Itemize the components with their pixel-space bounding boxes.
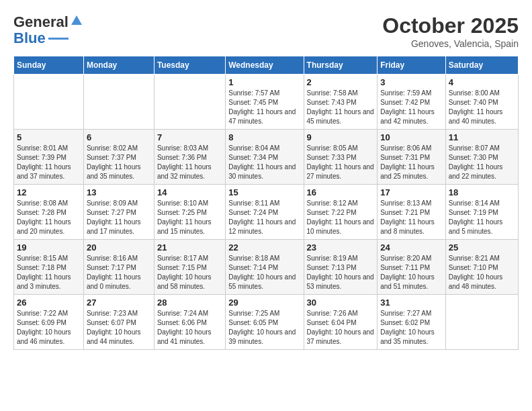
calendar-week-1: 5Sunrise: 8:01 AM Sunset: 7:39 PM Daylig… [14, 130, 519, 185]
day-number: 20 [87, 242, 151, 253]
day-info: Sunrise: 8:04 AM Sunset: 7:34 PM Dayligh… [228, 144, 300, 181]
logo-arrow-icon [70, 14, 83, 28]
calendar-cell: 24Sunrise: 8:20 AM Sunset: 7:11 PM Dayli… [378, 240, 446, 295]
calendar-cell: 13Sunrise: 8:09 AM Sunset: 7:27 PM Dayli… [83, 185, 154, 240]
day-number: 18 [449, 187, 515, 197]
calendar-cell: 12Sunrise: 8:08 AM Sunset: 7:28 PM Dayli… [14, 185, 84, 240]
day-info: Sunrise: 8:12 AM Sunset: 7:22 PM Dayligh… [307, 199, 375, 236]
header-row: Sunday Monday Tuesday Wednesday Thursday… [14, 56, 519, 75]
calendar-cell: 18Sunrise: 8:14 AM Sunset: 7:19 PM Dayli… [445, 185, 518, 240]
day-number: 10 [380, 132, 443, 142]
day-info: Sunrise: 8:13 AM Sunset: 7:21 PM Dayligh… [380, 199, 443, 236]
day-info: Sunrise: 8:20 AM Sunset: 7:11 PM Dayligh… [380, 254, 443, 291]
col-thursday: Thursday [304, 56, 378, 75]
calendar-week-0: 1Sunrise: 7:57 AM Sunset: 7:45 PM Daylig… [14, 75, 519, 130]
calendar-cell [14, 75, 84, 130]
day-info: Sunrise: 8:10 AM Sunset: 7:25 PM Dayligh… [157, 199, 222, 236]
day-number: 1 [228, 77, 300, 87]
day-number: 29 [228, 298, 300, 308]
day-number: 6 [87, 132, 151, 142]
day-number: 22 [228, 242, 300, 253]
day-info: Sunrise: 7:23 AM Sunset: 6:07 PM Dayligh… [87, 309, 151, 347]
day-number: 25 [449, 242, 515, 253]
calendar-week-3: 19Sunrise: 8:15 AM Sunset: 7:18 PM Dayli… [14, 240, 519, 295]
title-area: October 2025 Genoves, Valencia, Spain [382, 13, 519, 49]
day-info: Sunrise: 7:59 AM Sunset: 7:42 PM Dayligh… [380, 89, 443, 126]
day-number: 5 [17, 132, 81, 142]
day-number: 15 [228, 187, 300, 197]
day-number: 2 [307, 77, 375, 87]
col-friday: Friday [378, 56, 446, 75]
calendar-cell [83, 75, 154, 130]
day-number: 9 [307, 132, 375, 142]
svg-marker-0 [71, 15, 82, 25]
col-saturday: Saturday [445, 56, 518, 75]
calendar-cell: 31Sunrise: 7:27 AM Sunset: 6:02 PM Dayli… [378, 295, 446, 350]
calendar-cell: 11Sunrise: 8:07 AM Sunset: 7:30 PM Dayli… [445, 130, 518, 185]
calendar-cell: 28Sunrise: 7:24 AM Sunset: 6:06 PM Dayli… [154, 295, 225, 350]
day-number: 4 [449, 77, 515, 87]
calendar-cell: 23Sunrise: 8:19 AM Sunset: 7:13 PM Dayli… [304, 240, 378, 295]
logo-general: General [13, 13, 69, 31]
calendar-cell: 16Sunrise: 8:12 AM Sunset: 7:22 PM Dayli… [304, 185, 378, 240]
day-info: Sunrise: 8:16 AM Sunset: 7:17 PM Dayligh… [87, 254, 151, 291]
calendar-cell: 27Sunrise: 7:23 AM Sunset: 6:07 PM Dayli… [83, 295, 154, 350]
day-number: 24 [380, 242, 443, 253]
calendar-cell: 10Sunrise: 8:06 AM Sunset: 7:31 PM Dayli… [378, 130, 446, 185]
calendar-cell: 2Sunrise: 7:58 AM Sunset: 7:43 PM Daylig… [304, 75, 378, 130]
day-info: Sunrise: 8:15 AM Sunset: 7:18 PM Dayligh… [17, 254, 81, 291]
day-info: Sunrise: 8:06 AM Sunset: 7:31 PM Dayligh… [380, 144, 443, 181]
day-info: Sunrise: 8:21 AM Sunset: 7:10 PM Dayligh… [449, 254, 515, 291]
day-info: Sunrise: 7:57 AM Sunset: 7:45 PM Dayligh… [228, 89, 300, 126]
calendar-cell: 17Sunrise: 8:13 AM Sunset: 7:21 PM Dayli… [378, 185, 446, 240]
col-sunday: Sunday [14, 56, 84, 75]
day-number: 27 [87, 298, 151, 308]
day-info: Sunrise: 8:08 AM Sunset: 7:28 PM Dayligh… [17, 199, 81, 236]
calendar-cell: 6Sunrise: 8:02 AM Sunset: 7:37 PM Daylig… [83, 130, 154, 185]
page-header: General Blue October 2025 Genoves, Valen… [13, 13, 519, 49]
day-info: Sunrise: 8:18 AM Sunset: 7:14 PM Dayligh… [228, 254, 300, 291]
calendar-cell: 5Sunrise: 8:01 AM Sunset: 7:39 PM Daylig… [14, 130, 84, 185]
day-info: Sunrise: 8:11 AM Sunset: 7:24 PM Dayligh… [228, 199, 300, 236]
calendar-cell: 25Sunrise: 8:21 AM Sunset: 7:10 PM Dayli… [445, 240, 518, 295]
calendar-cell [445, 295, 518, 350]
day-number: 17 [380, 187, 443, 197]
day-info: Sunrise: 7:22 AM Sunset: 6:09 PM Dayligh… [17, 309, 81, 347]
calendar-cell: 29Sunrise: 7:25 AM Sunset: 6:05 PM Dayli… [226, 295, 304, 350]
calendar-cell: 30Sunrise: 7:26 AM Sunset: 6:04 PM Dayli… [304, 295, 378, 350]
col-wednesday: Wednesday [226, 56, 304, 75]
day-info: Sunrise: 8:19 AM Sunset: 7:13 PM Dayligh… [307, 254, 375, 291]
day-number: 28 [157, 298, 222, 308]
calendar-table: Sunday Monday Tuesday Wednesday Thursday… [13, 56, 519, 350]
day-info: Sunrise: 8:14 AM Sunset: 7:19 PM Dayligh… [449, 199, 515, 236]
day-number: 19 [17, 242, 81, 253]
calendar-cell: 3Sunrise: 7:59 AM Sunset: 7:42 PM Daylig… [378, 75, 446, 130]
day-number: 7 [157, 132, 222, 142]
calendar-cell: 4Sunrise: 8:00 AM Sunset: 7:40 PM Daylig… [445, 75, 518, 130]
calendar-cell: 20Sunrise: 8:16 AM Sunset: 7:17 PM Dayli… [83, 240, 154, 295]
calendar-title: October 2025 [382, 13, 519, 38]
day-number: 26 [17, 298, 81, 308]
day-info: Sunrise: 8:00 AM Sunset: 7:40 PM Dayligh… [449, 89, 515, 126]
calendar-cell: 19Sunrise: 8:15 AM Sunset: 7:18 PM Dayli… [14, 240, 84, 295]
col-tuesday: Tuesday [154, 56, 225, 75]
day-info: Sunrise: 8:09 AM Sunset: 7:27 PM Dayligh… [87, 199, 151, 236]
day-number: 16 [307, 187, 375, 197]
calendar-cell: 26Sunrise: 7:22 AM Sunset: 6:09 PM Dayli… [14, 295, 84, 350]
day-info: Sunrise: 8:05 AM Sunset: 7:33 PM Dayligh… [307, 144, 375, 181]
day-info: Sunrise: 7:24 AM Sunset: 6:06 PM Dayligh… [157, 309, 222, 347]
day-number: 23 [307, 242, 375, 253]
day-number: 14 [157, 187, 222, 197]
calendar-cell: 9Sunrise: 8:05 AM Sunset: 7:33 PM Daylig… [304, 130, 378, 185]
calendar-cell: 8Sunrise: 8:04 AM Sunset: 7:34 PM Daylig… [226, 130, 304, 185]
calendar-subtitle: Genoves, Valencia, Spain [382, 38, 519, 49]
day-number: 31 [380, 298, 443, 308]
logo-blue: Blue [13, 30, 46, 47]
calendar-week-4: 26Sunrise: 7:22 AM Sunset: 6:09 PM Dayli… [14, 295, 519, 350]
day-number: 3 [380, 77, 443, 87]
day-info: Sunrise: 8:01 AM Sunset: 7:39 PM Dayligh… [17, 144, 81, 181]
calendar-cell: 1Sunrise: 7:57 AM Sunset: 7:45 PM Daylig… [226, 75, 304, 130]
day-number: 12 [17, 187, 81, 197]
calendar-cell: 22Sunrise: 8:18 AM Sunset: 7:14 PM Dayli… [226, 240, 304, 295]
calendar-cell: 14Sunrise: 8:10 AM Sunset: 7:25 PM Dayli… [154, 185, 225, 240]
